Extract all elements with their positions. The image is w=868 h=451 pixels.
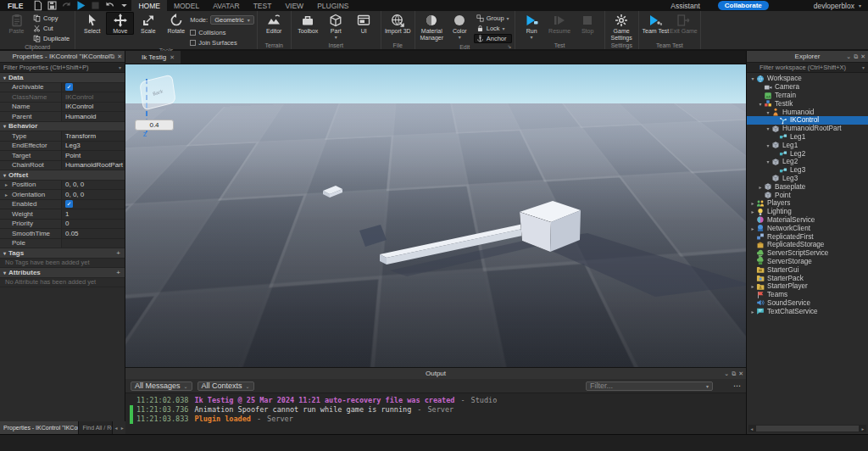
play-button[interactable] xyxy=(75,1,86,10)
output-line[interactable]: 11:21:02.038Ik Testig @ 25 Mar 2024 11:2… xyxy=(129,396,746,405)
game-settings-button[interactable]: Game Settings xyxy=(608,12,636,41)
scroll-right-icon[interactable]: ▸ xyxy=(860,426,866,432)
filter-caret-icon[interactable]: ▾ xyxy=(862,64,865,70)
panel-collapse-icon[interactable]: ⌄ xyxy=(724,370,729,377)
property-value[interactable]: Transform xyxy=(62,131,125,141)
tree-item-starterplayer[interactable]: ▸StarterPlayer xyxy=(747,282,868,291)
panel-collapse-icon[interactable]: ⌄ xyxy=(846,53,851,60)
redo-button[interactable] xyxy=(61,1,72,10)
property-value[interactable]: 0 xyxy=(62,220,125,229)
expand-closed-icon[interactable]: ▸ xyxy=(749,309,756,315)
panel-close-icon[interactable]: ✕ xyxy=(738,370,743,377)
join-surfaces-checkbox[interactable]: Join Surfaces xyxy=(190,39,253,47)
undo-button[interactable] xyxy=(104,1,115,10)
property-value[interactable]: IKControl xyxy=(62,103,125,112)
expand-open-icon[interactable]: ▾ xyxy=(765,125,771,131)
property-value[interactable]: 0, 0, 0 xyxy=(62,190,125,199)
tree-item-ikcontrol[interactable]: IKControl xyxy=(747,116,868,125)
panel-collapse-icon[interactable]: ⌄ xyxy=(103,53,108,60)
contexts-filter-dropdown[interactable]: All Contexts ⌄ xyxy=(198,381,254,391)
collisions-checkbox[interactable]: Collisions xyxy=(190,29,253,36)
rotate-button[interactable]: Rotate xyxy=(162,12,190,35)
output-filter-input[interactable]: Filter... ▾ xyxy=(586,381,713,391)
section-header-data[interactable]: ▾Data xyxy=(0,73,125,83)
clear-output-broom-icon[interactable] xyxy=(718,381,728,391)
panel-popout-icon[interactable]: ⧉ xyxy=(110,53,114,60)
chevron-up-icon[interactable] xyxy=(643,1,653,10)
filter-caret-icon[interactable]: ▾ xyxy=(119,64,121,70)
tree-item-lighting[interactable]: ▸Lighting xyxy=(747,208,868,216)
part-button[interactable]: Part▾ xyxy=(322,12,350,40)
toolbox-button[interactable]: Toolbox xyxy=(294,12,322,35)
property-value[interactable]: 1 xyxy=(62,209,125,219)
color-button[interactable]: Color▾ xyxy=(446,12,474,40)
property-value[interactable]: IKControl xyxy=(62,92,125,102)
group-launcher-icon[interactable]: ⇘ xyxy=(508,43,512,51)
checkbox-checked[interactable]: ✓ xyxy=(65,83,73,91)
tree-item-replicatedstorage[interactable]: ReplicatedStorage xyxy=(747,241,868,249)
section-header-offset[interactable]: ▾Offset xyxy=(0,170,125,181)
property-value[interactable]: 0, 0, 0 xyxy=(62,181,125,190)
dock-tab-scroll-right-icon[interactable]: ▸ xyxy=(120,421,125,434)
tree-item-networkclient[interactable]: ▸NetworkClient xyxy=(747,224,868,232)
notifications-bell-icon[interactable] xyxy=(704,1,714,10)
section-header-tags[interactable]: ▾Tags+ xyxy=(0,248,125,259)
expand-open-icon[interactable]: ▾ xyxy=(757,101,764,107)
tab-close-icon[interactable]: ✕ xyxy=(170,54,175,61)
scrollbar-thumb[interactable] xyxy=(756,426,859,432)
output-log[interactable]: 11:21:02.038Ik Testig @ 25 Mar 2024 11:2… xyxy=(125,393,746,434)
property-value[interactable]: ✓ xyxy=(62,200,125,209)
tree-item-serverstorage[interactable]: ServerStorage xyxy=(747,258,868,266)
tree-item-point[interactable]: Point xyxy=(747,191,868,199)
tree-item-serverscriptservice[interactable]: ServerScriptService xyxy=(747,249,868,258)
file-menu[interactable]: FILE xyxy=(0,2,31,10)
output-line[interactable]: 11:21:03.736Animation Spoofer cannot run… xyxy=(129,405,746,415)
caret-down-button[interactable] xyxy=(119,1,130,10)
panel-close-icon[interactable]: ✕ xyxy=(860,53,865,60)
tree-item-soundservice[interactable]: SoundService xyxy=(747,299,868,308)
dock-tab-0[interactable]: Properties - IKControl "IKControl" xyxy=(0,421,79,434)
stop-button[interactable] xyxy=(90,1,101,10)
username[interactable]: devloperblox xyxy=(814,2,854,10)
group-button[interactable]: Group▾ xyxy=(474,14,512,23)
ribbon-tab-plugins[interactable]: PLUGINS xyxy=(310,0,355,11)
ribbon-tab-view[interactable]: VIEW xyxy=(278,0,310,11)
section-header-attributes[interactable]: ▾Attributes+ xyxy=(0,268,125,278)
explorer-filter-input[interactable]: Filter workspace (Ctrl+Shift+X) ▾ xyxy=(747,62,868,73)
import-3d-button[interactable]: Import 3D xyxy=(384,12,412,35)
tree-item-teams[interactable]: Teams xyxy=(747,291,868,299)
cut-button[interactable]: Cut xyxy=(31,24,72,33)
scroll-left-icon[interactable]: ◂ xyxy=(748,426,755,432)
expand-open-icon[interactable]: ▾ xyxy=(765,109,771,115)
tree-item-leg3[interactable]: Leg3 xyxy=(747,175,868,183)
tree-item-leg1[interactable]: ▾Leg1 xyxy=(747,141,868,149)
scale-button[interactable]: Scale xyxy=(134,12,162,35)
ribbon-tab-test[interactable]: TEST xyxy=(247,0,279,11)
tree-item-starterpack[interactable]: StarterPack xyxy=(747,274,868,282)
expand-closed-icon[interactable]: ▸ xyxy=(749,209,756,214)
share-icon[interactable] xyxy=(800,1,810,10)
ribbon-tab-model[interactable]: MODEL xyxy=(167,0,206,11)
more-options-icon[interactable]: ⋯ xyxy=(733,381,741,390)
viewport-3d[interactable]: Back Z 0.4 xyxy=(125,64,746,367)
add-icon[interactable]: + xyxy=(116,249,125,257)
expand-open-icon[interactable]: ▾ xyxy=(749,75,756,81)
tree-item-replicatedfirst[interactable]: ReplicatedFirst xyxy=(747,232,868,241)
properties-filter-input[interactable]: Filter Properties (Ctrl+Shift+P) ▾ xyxy=(0,62,125,73)
ui-button[interactable]: UI xyxy=(350,12,378,35)
property-value[interactable]: 0.05 xyxy=(62,229,125,238)
add-icon[interactable]: + xyxy=(116,269,125,276)
new-file-button[interactable] xyxy=(32,1,43,10)
mode-dropdown[interactable]: Geometric▾ xyxy=(210,15,254,25)
assistant-button[interactable]: Assistant xyxy=(670,2,700,10)
drag-distance-badge[interactable]: 0.4 xyxy=(135,120,174,131)
tree-item-leg3[interactable]: Leg3 xyxy=(747,166,868,175)
property-value[interactable]: Humanoid xyxy=(62,112,125,121)
explorer-header[interactable]: Explorer ⌄ ⧉ ✕ xyxy=(747,51,868,62)
material-manager-button[interactable]: Material Manager xyxy=(418,12,446,41)
output-line[interactable]: 11:21:03.833Plugin loaded-Server xyxy=(129,415,746,424)
tree-item-camera[interactable]: Camera xyxy=(747,83,868,92)
ribbon-tab-home[interactable]: HOME xyxy=(131,0,167,11)
duplicate-button[interactable]: Duplicate xyxy=(31,34,72,43)
ribbon-tab-avatar[interactable]: AVATAR xyxy=(206,0,247,11)
